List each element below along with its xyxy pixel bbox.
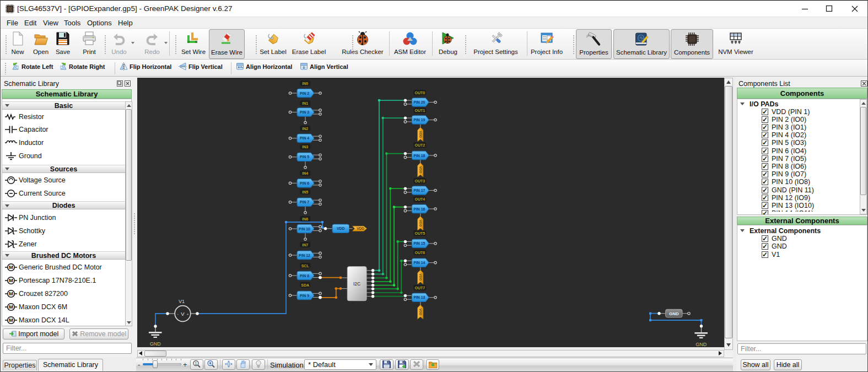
svg-text:-: -	[177, 311, 179, 316]
svg-text:PIN 5: PIN 5	[300, 155, 309, 159]
svg-text:1: 1	[195, 362, 197, 365]
svg-text:VDD: VDD	[357, 227, 364, 230]
svg-text:V1: V1	[179, 299, 185, 304]
svg-text:I2C: I2C	[353, 281, 360, 287]
svg-text:V: V	[181, 311, 185, 317]
svg-text:PIN 20: PIN 20	[413, 100, 425, 104]
svg-text:IN5: IN5	[302, 190, 308, 194]
svg-text:PIN 6: PIN 6	[300, 181, 309, 185]
svg-text:PIN 9: PIN 9	[300, 294, 309, 298]
svg-text:M: M	[9, 264, 13, 270]
svg-text:PIN 16: PIN 16	[413, 207, 425, 211]
svg-text:OUT4: OUT4	[414, 197, 425, 201]
svg-text:IN3: IN3	[302, 145, 308, 149]
svg-text:SDA: SDA	[301, 283, 309, 287]
svg-text:M: M	[9, 304, 13, 310]
svg-text:OUT5: OUT5	[414, 231, 425, 235]
svg-text:IN0: IN0	[302, 82, 308, 85]
svg-text:PIN 14: PIN 14	[413, 261, 425, 265]
svg-text:PIN 18: PIN 18	[413, 154, 425, 158]
svg-text:GND: GND	[696, 342, 707, 347]
svg-text:PIN 7: PIN 7	[300, 200, 309, 204]
svg-text:OUT7: OUT7	[414, 286, 425, 290]
svg-text:PIN 12: PIN 12	[299, 254, 310, 257]
svg-text:PIN 8: PIN 8	[300, 274, 309, 278]
svg-text:M: M	[9, 290, 13, 296]
svg-text:VDD: VDD	[337, 227, 344, 230]
svg-text:SCL: SCL	[301, 264, 310, 268]
svg-text:OUT2: OUT2	[414, 143, 425, 147]
svg-text:OUT6: OUT6	[414, 251, 425, 255]
svg-text:IN1: IN1	[302, 101, 308, 105]
svg-text:PIN 10: PIN 10	[299, 227, 310, 231]
svg-text:VDD: VDD	[419, 274, 422, 281]
svg-text:IN6: IN6	[302, 217, 308, 221]
svg-text:PIN 2: PIN 2	[300, 91, 309, 95]
svg-text:PIN 13: PIN 13	[413, 295, 425, 299]
svg-text:+: +	[186, 312, 189, 317]
svg-text:VDD: VDD	[419, 220, 422, 227]
svg-text:PIN 19: PIN 19	[413, 118, 425, 122]
svg-text:VDD: VDD	[419, 131, 422, 138]
svg-text:IN7: IN7	[302, 243, 308, 247]
svg-text:PIN 4: PIN 4	[300, 136, 309, 140]
svg-text:VDD: VDD	[419, 166, 422, 174]
svg-text:IN4: IN4	[302, 171, 308, 175]
svg-text:PIN 17: PIN 17	[413, 188, 425, 192]
svg-text:M: M	[9, 277, 13, 283]
svg-text:PIN 3: PIN 3	[300, 110, 309, 114]
svg-text:OUT0: OUT0	[414, 91, 425, 95]
svg-text:OUT3: OUT3	[414, 179, 425, 183]
svg-text:IN2: IN2	[302, 127, 308, 131]
svg-text:PIN 15: PIN 15	[413, 241, 425, 245]
svg-text:M: M	[9, 317, 13, 323]
svg-text:GND: GND	[669, 311, 679, 316]
svg-text:VDD: VDD	[419, 309, 422, 316]
svg-text:GND: GND	[150, 341, 161, 347]
svg-text:OUT1: OUT1	[414, 109, 425, 112]
